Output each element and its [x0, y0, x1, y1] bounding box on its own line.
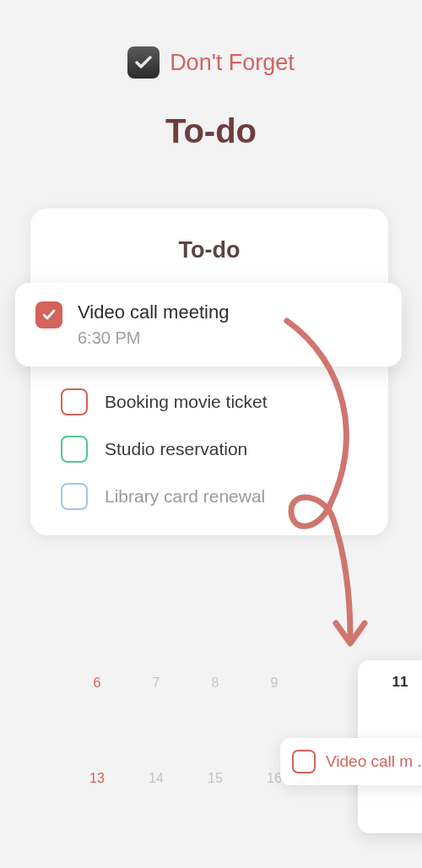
todo-item[interactable]: Library card renewal [61, 483, 358, 510]
checkbox-unchecked[interactable] [292, 750, 316, 773]
check-icon [41, 307, 57, 323]
todo-item[interactable]: Studio reservation [61, 436, 358, 463]
featured-todo-item[interactable]: Video call meeting 6:30 PM [15, 283, 402, 366]
featured-item-content: Video call meeting 6:30 PM [78, 301, 229, 348]
calendar-area: 11 Video call m ... 6 7 8 9 13 14 15 16 … [68, 675, 422, 786]
checkbox-unchecked[interactable] [61, 388, 88, 415]
check-icon [133, 52, 154, 73]
app-icon [127, 46, 160, 79]
checkbox-unchecked[interactable] [61, 483, 88, 510]
todo-card-container: To-do Video call meeting 6:30 PM Booking… [30, 209, 388, 535]
calendar-day[interactable]: 15 [186, 771, 245, 786]
todo-card: To-do Video call meeting 6:30 PM Booking… [30, 209, 388, 535]
checkbox-checked[interactable] [35, 301, 62, 328]
featured-item-time: 6:30 PM [78, 328, 229, 348]
app-name: Don't Forget [170, 50, 295, 76]
calendar-day[interactable]: 13 [68, 771, 127, 786]
todo-item-label: Booking movie ticket [105, 392, 268, 412]
todo-list: Booking movie ticket Studio reservation … [47, 365, 371, 510]
todo-item-label: Library card renewal [105, 486, 265, 507]
calendar-day[interactable]: 8 [186, 675, 245, 691]
calendar-day[interactable]: 7 [127, 675, 186, 691]
calendar-event[interactable]: Video call m ... [280, 738, 422, 785]
checkbox-unchecked[interactable] [61, 436, 88, 463]
calendar-event-label: Video call m ... [326, 752, 422, 771]
calendar-day[interactable]: 14 [127, 771, 186, 786]
calendar-day[interactable]: 9 [245, 675, 304, 691]
featured-item-label: Video call meeting [78, 301, 229, 323]
todo-item[interactable]: Booking movie ticket [61, 388, 358, 415]
card-title: To-do [47, 237, 371, 263]
highlighted-day-number: 11 [358, 660, 422, 691]
calendar-day[interactable]: 6 [68, 675, 127, 691]
app-header: Don't Forget [0, 0, 422, 79]
todo-item-label: Studio reservation [105, 439, 247, 459]
main-title: To-do [0, 112, 422, 150]
